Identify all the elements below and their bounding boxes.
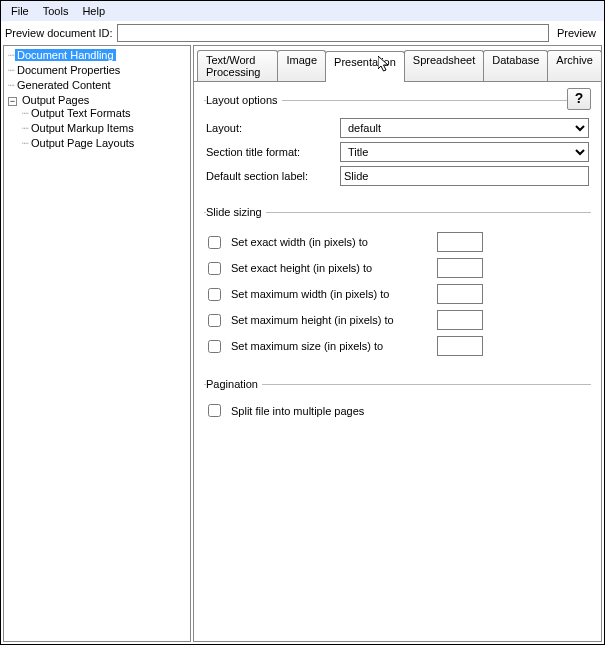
- max-width-input[interactable]: [437, 284, 483, 304]
- max-width-label: Set maximum width (in pixels) to: [231, 288, 431, 300]
- tabstrip: Text/Word Processing Image Presentation …: [194, 50, 601, 82]
- tab-image[interactable]: Image: [277, 50, 326, 81]
- tree-item-document-handling[interactable]: ┈Document Handling: [8, 48, 190, 63]
- tree-item-document-properties[interactable]: ┈Document Properties: [8, 63, 190, 78]
- slide-sizing-legend: Slide sizing: [206, 206, 266, 218]
- preview-button[interactable]: Preview: [553, 25, 600, 41]
- layout-select[interactable]: default: [340, 118, 589, 138]
- slide-sizing-group: Slide sizing Set exact width (in pixels)…: [204, 206, 591, 364]
- menu-help[interactable]: Help: [76, 3, 111, 19]
- split-file-checkbox[interactable]: [208, 404, 221, 417]
- tab-presentation[interactable]: Presentation: [325, 51, 405, 82]
- layout-options-legend: Layout options: [206, 94, 282, 106]
- max-size-checkbox[interactable]: [208, 340, 221, 353]
- exact-height-checkbox[interactable]: [208, 262, 221, 275]
- tree-item-output-pages[interactable]: −Output Pages ┈Output Text Formats ┈Outp…: [8, 93, 190, 152]
- tab-panel-presentation: ? Layout options Layout: default Section…: [194, 82, 601, 641]
- max-height-label: Set maximum height (in pixels) to: [231, 314, 431, 326]
- menubar: File Tools Help: [1, 1, 604, 21]
- tree-item-output-page-layouts[interactable]: ┈Output Page Layouts: [22, 136, 190, 151]
- content-pane: Text/Word Processing Image Presentation …: [193, 45, 602, 642]
- tab-spreadsheet[interactable]: Spreadsheet: [404, 50, 484, 81]
- exact-width-checkbox[interactable]: [208, 236, 221, 249]
- section-title-format-select[interactable]: Title: [340, 142, 589, 162]
- exact-width-input[interactable]: [437, 232, 483, 252]
- layout-options-group: Layout options Layout: default Section t…: [204, 94, 591, 192]
- default-section-label-label: Default section label:: [206, 170, 334, 182]
- pagination-legend: Pagination: [206, 378, 262, 390]
- pagination-group: Pagination Split file into multiple page…: [204, 378, 591, 425]
- tree-item-output-markup-items[interactable]: ┈Output Markup Items: [22, 121, 190, 136]
- collapse-icon[interactable]: −: [8, 97, 17, 106]
- preview-toolbar: Preview document ID: Preview: [1, 21, 604, 45]
- navigation-tree[interactable]: ┈Document Handling ┈Document Properties …: [3, 45, 191, 642]
- preview-id-label: Preview document ID:: [5, 27, 113, 39]
- max-height-input[interactable]: [437, 310, 483, 330]
- exact-width-label: Set exact width (in pixels) to: [231, 236, 431, 248]
- tab-text-word-processing[interactable]: Text/Word Processing: [197, 50, 278, 81]
- max-height-checkbox[interactable]: [208, 314, 221, 327]
- menu-file[interactable]: File: [5, 3, 35, 19]
- tree-item-output-text-formats[interactable]: ┈Output Text Formats: [22, 106, 190, 121]
- max-width-checkbox[interactable]: [208, 288, 221, 301]
- menu-tools[interactable]: Tools: [37, 3, 75, 19]
- preview-id-input[interactable]: [117, 24, 549, 42]
- split-file-label: Split file into multiple pages: [231, 405, 364, 417]
- tab-archive[interactable]: Archive: [547, 50, 602, 81]
- layout-label: Layout:: [206, 122, 334, 134]
- max-size-input[interactable]: [437, 336, 483, 356]
- default-section-label-input[interactable]: [340, 166, 589, 186]
- exact-height-input[interactable]: [437, 258, 483, 278]
- tab-database[interactable]: Database: [483, 50, 548, 81]
- tree-item-generated-content[interactable]: ┈Generated Content: [8, 78, 190, 93]
- exact-height-label: Set exact height (in pixels) to: [231, 262, 431, 274]
- max-size-label: Set maximum size (in pixels) to: [231, 340, 431, 352]
- section-title-format-label: Section title format:: [206, 146, 334, 158]
- help-button[interactable]: ?: [567, 88, 591, 110]
